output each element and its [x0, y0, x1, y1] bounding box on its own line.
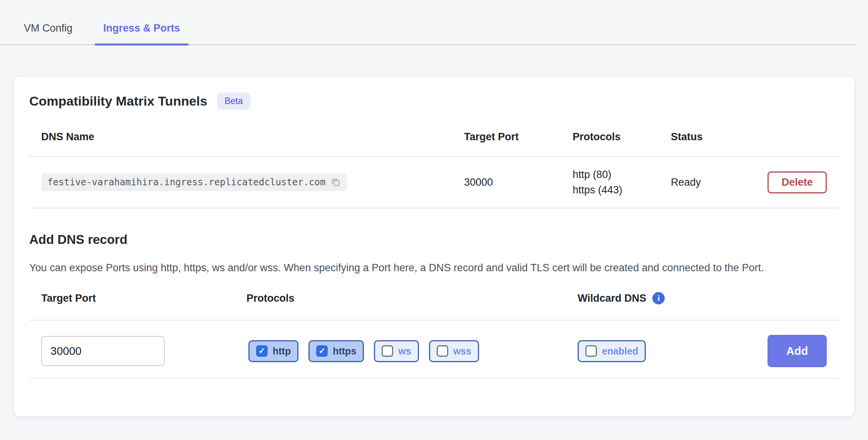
column-header-protocols: Protocols: [573, 131, 671, 143]
chip-label: ws: [398, 346, 411, 357]
checkbox-unchecked-icon: [585, 345, 597, 357]
wildcard-enabled-checkbox[interactable]: enabled: [578, 340, 646, 362]
protocol-checkbox-ws[interactable]: ws: [374, 340, 419, 362]
add-button-wrap: Add: [767, 335, 839, 367]
checkbox-unchecked-icon: [382, 345, 393, 357]
tab-bar: VM Config Ingress & Ports: [0, 0, 856, 45]
add-dns-description: You can expose Ports using http, https, …: [29, 260, 823, 276]
chip-label: http: [273, 346, 291, 357]
checkbox-unchecked-icon: [437, 345, 448, 357]
target-port-cell: 30000: [464, 176, 573, 188]
delete-button[interactable]: Delete: [767, 171, 827, 193]
column-header-dns-name: DNS Name: [29, 131, 464, 143]
status-cell: Ready: [671, 176, 767, 188]
protocol-chip-row: http https ws wss: [246, 340, 578, 362]
checkbox-checked-icon: [316, 345, 328, 357]
wildcard-field-wrap: enabled: [578, 340, 767, 362]
protocol-checkbox-wss[interactable]: wss: [429, 340, 479, 362]
form-labels-row: Target Port Protocols Wildcard DNS i: [29, 292, 839, 304]
beta-badge: Beta: [217, 92, 250, 110]
label-protocols: Protocols: [246, 292, 578, 304]
dns-name-value: festive-varahamihira.ingress.replicatedc…: [47, 177, 325, 188]
dns-name-pill: festive-varahamihira.ingress.replicatedc…: [41, 173, 347, 191]
add-button[interactable]: Add: [767, 335, 827, 367]
protocols-cell: http (80) https (443): [573, 167, 671, 198]
tab-vm-config[interactable]: VM Config: [15, 22, 81, 44]
dns-name-cell: festive-varahamihira.ingress.replicatedc…: [29, 173, 464, 191]
label-wildcard-dns: Wildcard DNS i: [578, 292, 767, 304]
panel-title-row: Compatibility Matrix Tunnels Beta: [29, 92, 839, 110]
tunnels-panel: Compatibility Matrix Tunnels Beta DNS Na…: [14, 77, 854, 416]
protocol-http: http (80): [573, 167, 671, 182]
table-row-divider: [29, 208, 839, 208]
form-controls-row: http https ws wss enabled Add: [29, 321, 839, 378]
copy-icon[interactable]: [331, 177, 341, 187]
chip-label: enabled: [602, 346, 638, 357]
label-target-port: Target Port: [29, 292, 246, 304]
target-port-input[interactable]: [41, 336, 165, 366]
table-row: festive-varahamihira.ingress.replicatedc…: [29, 157, 839, 208]
info-icon[interactable]: i: [652, 292, 665, 304]
tunnels-table-header: DNS Name Target Port Protocols Status: [29, 131, 839, 143]
checkbox-checked-icon: [256, 345, 268, 357]
protocol-checkbox-https[interactable]: https: [308, 340, 364, 362]
add-dns-heading: Add DNS record: [29, 232, 839, 247]
protocol-https: https (443): [573, 182, 671, 198]
protocol-checkbox-http[interactable]: http: [248, 340, 298, 362]
tab-ingress-ports[interactable]: Ingress & Ports: [95, 22, 189, 44]
form-bottom-divider: [29, 378, 839, 379]
panel-title: Compatibility Matrix Tunnels: [29, 94, 207, 109]
column-header-target-port: Target Port: [464, 131, 573, 143]
chip-label: https: [333, 346, 356, 357]
wildcard-dns-text: Wildcard DNS: [578, 292, 646, 304]
target-port-field-wrap: [29, 336, 246, 366]
actions-cell: Delete: [767, 171, 839, 193]
chip-label: wss: [453, 346, 471, 357]
column-header-status: Status: [671, 131, 767, 143]
